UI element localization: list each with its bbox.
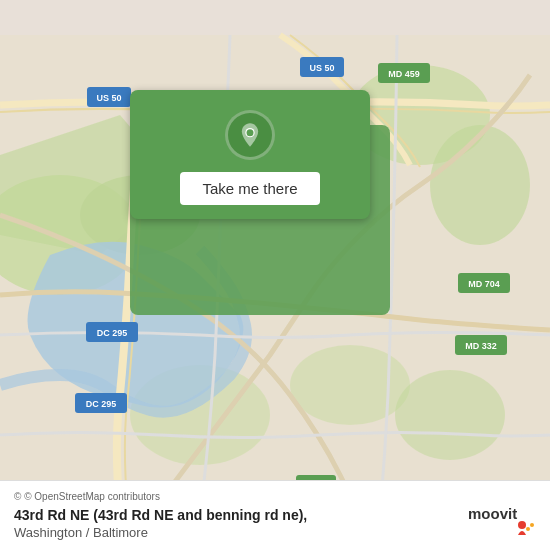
svg-point-5 xyxy=(430,125,530,245)
svg-text:DC 295: DC 295 xyxy=(97,328,128,338)
copyright-symbol: © xyxy=(14,491,21,502)
svg-text:US 50: US 50 xyxy=(309,63,334,73)
svg-text:US 50: US 50 xyxy=(96,93,121,103)
svg-point-31 xyxy=(530,523,534,527)
map-container: US 50 US 50 MD 459 DC 295 DC 295 MD 704 … xyxy=(0,0,550,550)
pin-icon xyxy=(236,121,264,149)
moovit-logo: moovit xyxy=(466,497,536,535)
svg-point-6 xyxy=(290,345,410,425)
svg-text:MD 704: MD 704 xyxy=(468,279,500,289)
osm-link: © OpenStreetMap contributors xyxy=(24,491,160,502)
bottom-panel: © © OpenStreetMap contributors 43rd Rd N… xyxy=(0,480,550,550)
osm-attribution: © © OpenStreetMap contributors xyxy=(14,491,454,502)
svg-text:DC 295: DC 295 xyxy=(86,399,117,409)
svg-text:MD 332: MD 332 xyxy=(465,341,497,351)
svg-text:moovit: moovit xyxy=(468,505,517,522)
svg-point-29 xyxy=(518,521,526,529)
location-name: 43rd Rd NE (43rd Rd NE and benning rd ne… xyxy=(14,506,454,524)
svg-point-30 xyxy=(526,527,530,531)
moovit-logo-svg: moovit xyxy=(466,497,536,535)
location-pin xyxy=(225,110,275,160)
svg-point-27 xyxy=(247,129,254,136)
take-me-there-button[interactable]: Take me there xyxy=(180,172,319,205)
bottom-info: © © OpenStreetMap contributors 43rd Rd N… xyxy=(14,491,454,539)
map-svg: US 50 US 50 MD 459 DC 295 DC 295 MD 704 … xyxy=(0,0,550,550)
svg-text:MD 459: MD 459 xyxy=(388,69,420,79)
svg-point-7 xyxy=(395,370,505,460)
location-city: Washington / Baltimore xyxy=(14,525,454,540)
location-panel: Take me there xyxy=(130,90,370,219)
